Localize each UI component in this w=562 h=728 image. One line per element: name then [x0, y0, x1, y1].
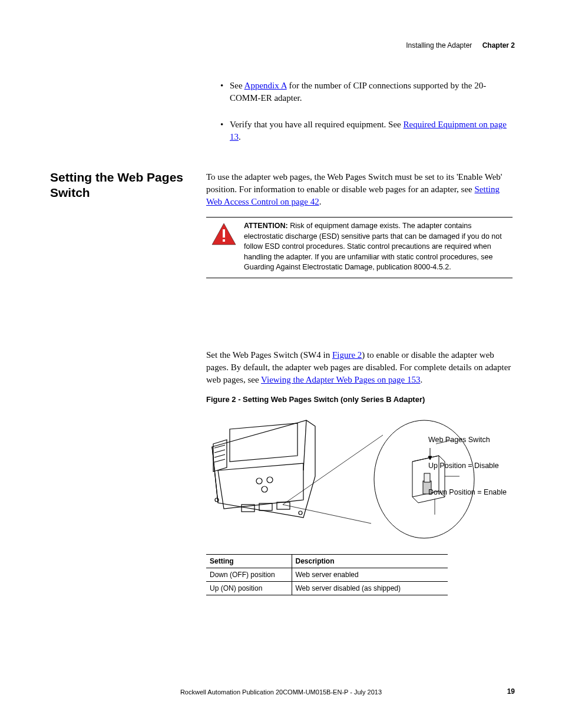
figure-2-link[interactable]: Figure 2 — [332, 350, 362, 360]
section-heading: Setting the Web Pages Switch — [50, 170, 186, 201]
figure-caption: Figure 2 - Setting Web Pages Switch (onl… — [206, 395, 513, 404]
svg-point-13 — [215, 498, 219, 502]
table-cell: Down (OFF) position — [206, 568, 292, 582]
bullet-item: See Appendix A for the number of CIP con… — [206, 80, 513, 104]
intro-paragraph: To use the adapter web pages, the Web Pa… — [206, 171, 513, 208]
page-header: Installing the Adapter Chapter 2 — [406, 41, 515, 50]
fig-label-down: Down Position = Enable — [428, 487, 507, 497]
header-section: Installing the Adapter — [406, 41, 472, 50]
bullet-text-prefix: See — [230, 81, 244, 90]
attention-text: ATTENTION: Risk of equipment damage exis… — [242, 221, 513, 273]
table-header-description: Description — [292, 555, 448, 568]
table-row: Down (OFF) position Web server enabled — [206, 568, 448, 582]
intro-text-1: To use the adapter web pages, the Web Pa… — [206, 172, 503, 194]
svg-point-7 — [256, 478, 262, 484]
table-header-setting: Setting — [206, 555, 292, 568]
bullet-content: See Appendix A for the number of CIP con… — [206, 80, 513, 157]
viewing-pages-link[interactable]: Viewing the Adapter Web Pages on page 15… — [261, 375, 420, 384]
table-row: Up (ON) position Web server disabled (as… — [206, 582, 448, 595]
figure-area: Web Pages Switch Up Position = Disable D… — [206, 411, 513, 545]
settings-table: Setting Description Down (OFF) position … — [206, 554, 448, 595]
bullet-item: Verify that you have all required equipm… — [206, 118, 513, 143]
bullet-text-suffix: . — [239, 132, 241, 141]
table-cell: Web server enabled — [292, 568, 448, 582]
attention-label: ATTENTION: — [244, 222, 288, 230]
appendix-link[interactable]: Appendix A — [244, 81, 287, 90]
bullet-list: See Appendix A for the number of CIP con… — [206, 80, 513, 143]
mid-paragraph: Set the Web Pages Switch (SW4 in Figure … — [206, 349, 513, 386]
attention-box: ATTENTION: Risk of equipment damage exis… — [206, 217, 513, 278]
svg-point-14 — [299, 511, 302, 515]
fig-label-title: Web Pages Switch — [428, 435, 507, 444]
figure-labels: Web Pages Switch Up Position = Disable D… — [428, 435, 507, 513]
svg-line-6 — [214, 459, 225, 462]
mid-text-3: . — [421, 375, 423, 384]
table-header-row: Setting Description — [206, 555, 448, 568]
svg-point-8 — [267, 477, 273, 483]
mid-text-1: Set the Web Pages Switch (SW4 in — [206, 350, 332, 360]
intro-text-2: . — [319, 197, 322, 206]
svg-point-9 — [262, 486, 267, 492]
svg-line-15 — [283, 505, 371, 523]
page-number: 19 — [507, 687, 515, 696]
header-chapter: Chapter 2 — [482, 41, 515, 50]
attention-icon — [206, 221, 242, 273]
table-cell: Web server disabled (as shipped) — [292, 582, 448, 595]
table-cell: Up (ON) position — [206, 582, 292, 595]
fig-label-up: Up Position = Disable — [428, 461, 507, 470]
svg-rect-1 — [223, 229, 225, 238]
svg-rect-2 — [223, 239, 225, 242]
svg-line-4 — [214, 450, 225, 453]
bullet-text-prefix: Verify that you have all required equipm… — [230, 120, 404, 129]
svg-line-5 — [214, 454, 225, 457]
footer-text: Rockwell Automation Publication 20COMM-U… — [0, 689, 562, 696]
